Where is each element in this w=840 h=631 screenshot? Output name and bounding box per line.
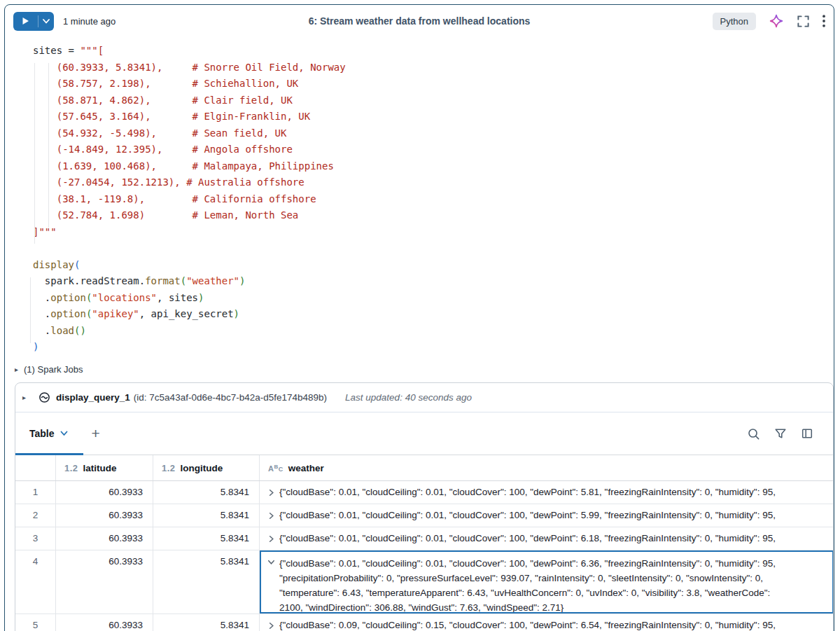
results-table: 1.2latitude1.2longitudeABCweather 160.39… [15,455,833,631]
weather-json-collapsed: {"cloudBase": 0.01, "cloudCeiling": 0.01… [279,487,833,497]
row-collapse-icon[interactable] [267,557,276,567]
results-tab-bar: Table + [15,412,833,455]
table-body: 160.39335.8341{"cloudBase": 0.01, "cloud… [15,481,833,631]
row-expand-icon[interactable] [267,488,276,497]
weather-cell[interactable]: {"cloudBase": 0.01, "cloudCeiling": 0.01… [260,481,833,504]
table-row: 460.39335.8341{"cloudBase": 0.01, "cloud… [15,550,833,614]
tab-dropdown-chevron-icon [60,431,68,436]
expand-fullscreen-icon[interactable] [797,15,810,28]
cell-header-actions: Python [713,13,825,30]
code-line[interactable]: sites = """[ [5,43,832,60]
code-line[interactable]: (1.639, 100.468), # Malampaya, Philippin… [5,158,832,175]
table-row: 160.39335.8341{"cloudBase": 0.01, "cloud… [15,481,833,504]
code-line[interactable]: (58.757, 2.198), # Schiehallion, UK [5,76,832,92]
streaming-query-icon [38,391,50,403]
numeric-type-icon: 1.2 [162,463,176,473]
longitude-cell[interactable]: 5.8341 [153,504,260,527]
cell-header: 1 minute ago 6: Stream weather data from… [5,5,834,37]
column-header-label: longitude [181,463,223,473]
indent-guide [30,277,31,343]
assistant-sparkle-icon[interactable] [769,13,784,29]
row-number-cell: 5 [15,614,56,631]
code-line[interactable]: (-14.849, 12.395), # Angola offshore [5,141,832,158]
latitude-cell[interactable]: 60.3933 [56,614,153,631]
code-line[interactable]: display( [5,257,832,274]
query-last-updated: Last updated: 40 seconds ago [345,392,472,403]
longitude-cell[interactable]: 5.8341 [153,614,260,631]
weather-cell[interactable]: {"cloudBase": 0.01, "cloudCeiling": 0.01… [260,527,833,550]
code-line[interactable]: (52.784, 1.698) # Leman, North Sea [5,207,832,224]
collapse-triangle-icon[interactable]: ▸ [15,366,18,373]
code-line[interactable]: (58.871, 4.862), # Clair field, UK [5,92,832,109]
table-row: 360.39335.8341{"cloudBase": 0.01, "cloud… [15,527,833,550]
code-line[interactable]: (-27.0454, 152.1213), # Australia offsho… [5,174,832,191]
weather-json-collapsed: {"cloudBase": 0.09, "cloudCeiling": 0.15… [279,620,833,630]
stream-query-header[interactable]: ▸ display_query_1 (id: 7c5a43af-0d6e-4bc… [15,383,833,412]
table-row: 260.39335.8341{"cloudBase": 0.01, "cloud… [15,504,833,527]
code-line[interactable]: spark.readStream.format("weather") [5,273,832,290]
filter-icon[interactable] [774,427,787,440]
indent-guide [48,63,49,228]
row-expand-icon[interactable] [267,621,276,630]
column-header-label: latitude [83,463,117,473]
weather-json-collapsed: {"cloudBase": 0.01, "cloudCeiling": 0.01… [279,533,833,543]
table-row: 560.39335.8341{"cloudBase": 0.09, "cloud… [15,614,833,631]
code-line[interactable]: (38.1, -119.8), # California offshore [5,191,832,208]
cell-title: 6: Stream weather data from wellhead loc… [5,15,834,27]
weather-json-collapsed: {"cloudBase": 0.01, "cloudCeiling": 0.01… [279,510,833,520]
code-editor[interactable]: sites = """[ (60.3933, 5.8341), # Snorre… [5,43,832,356]
tab-table[interactable]: Table [15,412,83,455]
longitude-cell[interactable]: 5.8341 [153,527,260,550]
code-line[interactable] [5,240,832,257]
column-header-longitude[interactable]: 1.2longitude [153,455,260,480]
run-cell-button[interactable] [13,12,54,31]
code-line[interactable]: (60.3933, 5.8341), # Snorre Oil Field, N… [5,60,832,76]
spark-jobs-toggle[interactable]: ▸ (1) Spark Jobs [5,359,83,379]
notebook-cell-page: 1 minute ago 6: Stream weather data from… [0,0,840,631]
code-line[interactable]: .option("apikey", api_key_secret) [5,306,832,323]
code-line[interactable]: ]""" [5,224,832,241]
table-header-row: 1.2latitude1.2longitudeABCweather [15,455,833,481]
run-options-chevron-icon[interactable] [38,19,54,24]
tab-table-label: Table [29,428,55,439]
query-id: (id: 7c5a43af-0d6e-4bc7-b42a-d5fe174b489… [134,392,327,403]
code-line[interactable]: (57.645, 3.164), # Elgin-Franklin, UK [5,109,832,125]
code-line[interactable]: .option("locations", sites) [5,290,832,307]
column-header-label: weather [288,463,324,473]
row-number-cell: 2 [15,504,56,527]
weather-cell[interactable]: {"cloudBase": 0.09, "cloudCeiling": 0.15… [260,614,833,631]
code-line[interactable]: .load() [5,323,832,340]
code-line[interactable]: ) [5,339,832,356]
numeric-type-icon: 1.2 [64,463,78,473]
weather-json-expanded: {"cloudBase": 0.01, "cloudCeiling": 0.01… [279,556,832,613]
latitude-cell[interactable]: 60.3933 [56,504,153,527]
language-selector[interactable]: Python [713,13,756,30]
add-visualization-button[interactable]: + [86,424,106,443]
query-name: display_query_1 [56,392,130,403]
row-expand-icon[interactable] [267,534,276,543]
spark-jobs-label: (1) Spark Jobs [24,364,83,375]
column-header-latitude[interactable]: 1.2latitude [56,455,153,480]
row-number-cell: 4 [15,550,56,613]
columns-panel-icon[interactable] [801,427,813,440]
table-toolbar [747,427,833,441]
weather-cell[interactable]: {"cloudBase": 0.01, "cloudCeiling": 0.01… [260,504,833,527]
latitude-cell[interactable]: 60.3933 [56,527,153,550]
collapse-triangle-icon[interactable]: ▸ [22,394,26,401]
latitude-cell[interactable]: 60.3933 [56,481,153,504]
longitude-cell[interactable]: 5.8341 [153,481,260,504]
notebook-cell: 1 minute ago 6: Stream weather data from… [4,4,834,631]
row-expand-icon[interactable] [267,511,276,520]
last-run-timestamp: 1 minute ago [63,16,115,27]
latitude-cell[interactable]: 60.3933 [56,550,153,613]
column-header-weather[interactable]: ABCweather [260,455,833,480]
play-icon[interactable] [13,17,38,25]
longitude-cell[interactable]: 5.8341 [153,550,260,613]
indent-guide [34,63,35,244]
code-line[interactable]: (54.932, -5.498), # Sean field, UK [5,125,832,142]
weather-cell-selected[interactable]: {"cloudBase": 0.01, "cloudCeiling": 0.01… [260,550,834,613]
results-panel: ▸ display_query_1 (id: 7c5a43af-0d6e-4bc… [15,382,834,631]
string-type-icon: ABC [268,463,284,473]
kebab-menu-icon[interactable] [822,15,825,27]
search-icon[interactable] [747,427,760,441]
